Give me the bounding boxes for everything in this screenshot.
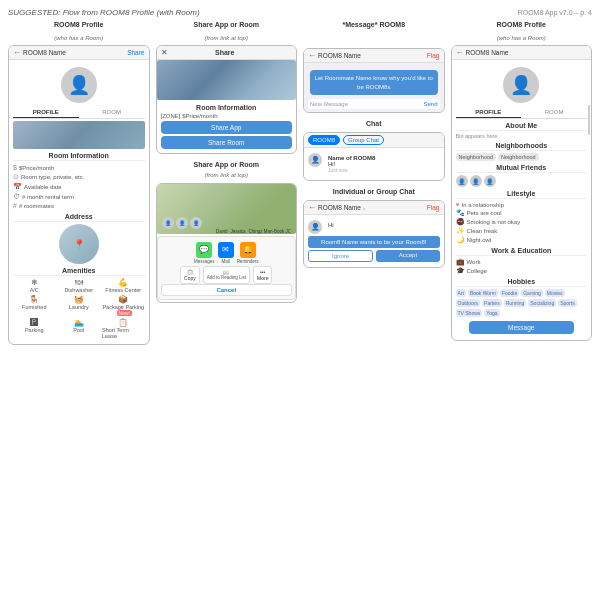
col4-tab-room[interactable]: ROOM bbox=[521, 107, 587, 118]
col4-lifestyle-text-2: Pets are cool bbox=[467, 210, 502, 216]
amenity-ac-label: A/C bbox=[30, 287, 39, 293]
col4-message-btn[interactable]: Message bbox=[469, 321, 574, 334]
col4-hobbies-title: Hobbies bbox=[456, 278, 588, 287]
amenity-pool-label: Pool bbox=[73, 327, 84, 333]
tab-room8[interactable]: ROOM8 bbox=[308, 135, 340, 145]
hobby-movies: Movies bbox=[545, 289, 565, 297]
parking-icon: 🅿 bbox=[30, 318, 38, 327]
tab-group-chat[interactable]: Group Chat bbox=[343, 135, 384, 145]
mutual-friend-2: 👤 bbox=[470, 175, 482, 187]
col4-neighborhoods-title: Neighborhoods bbox=[456, 142, 588, 151]
amenity-parking: 📦 Package Parking New! bbox=[102, 295, 145, 316]
amenity-fitness: 💪 Fitness Center bbox=[102, 278, 145, 293]
col3-chat-phone: ROOM8 Group Chat 👤 Name of ROOM8 Hi! Jus… bbox=[303, 132, 445, 181]
col3-body: Let Roommate Name know why you'd like to… bbox=[304, 63, 444, 112]
share-modal-title: Share bbox=[215, 49, 234, 56]
accept-btn[interactable]: Accept bbox=[376, 250, 439, 262]
col3-individual-back-icon[interactable]: ← bbox=[308, 203, 316, 212]
map-person-2: 👤 bbox=[176, 217, 188, 229]
hobby-foodie: Foodie bbox=[500, 289, 519, 297]
col1-share-btn[interactable]: Share bbox=[127, 49, 144, 56]
col1-address-title: Address bbox=[13, 213, 145, 222]
reminders-app-icon: 🔔 bbox=[240, 242, 256, 258]
col4-about-text: Bio appears here bbox=[456, 133, 588, 139]
mail-app-icon: ✉ bbox=[218, 242, 234, 258]
col3-back-icon[interactable]: ← bbox=[308, 51, 316, 60]
col3-message-phone: ← ROOM8 Name Flag Let Roommate Name know… bbox=[303, 48, 445, 113]
people-icon: # bbox=[13, 202, 17, 209]
hobby-yoga: Yoga bbox=[484, 309, 499, 317]
col2-sub-section-label: Share App or Room bbox=[156, 161, 298, 169]
col1-room-info-title: Room Information bbox=[13, 152, 145, 161]
amenity-laundry-label: Laundry bbox=[69, 304, 89, 310]
col4-college-label: College bbox=[467, 268, 487, 274]
amenity-furnished-label: Furnished bbox=[22, 304, 46, 310]
share-app-btn[interactable]: Share App bbox=[161, 121, 293, 134]
col3-roommate-banner: Room8 Name wants to be your Room8! bbox=[308, 236, 440, 248]
furnished-icon: 🪑 bbox=[29, 295, 39, 304]
page-header: SUGGESTED: Flow from ROOM8 Profile (with… bbox=[8, 8, 592, 17]
map-pin-icon: 📍 bbox=[73, 239, 85, 250]
neighborhood-tag-1: Neighborhood bbox=[456, 153, 497, 161]
back-arrow-icon[interactable]: ← bbox=[13, 48, 21, 57]
col2-sub-sublabel: (from link at top) bbox=[156, 172, 298, 178]
page-version: ROOM8 App v7.0 – p. 4 bbox=[518, 9, 592, 16]
col3-cta: Let Roommate Name know why you'd like to… bbox=[310, 70, 438, 95]
col2-map: 👤 👤 👤 David Jessica Chingz Man-Book JC bbox=[157, 184, 297, 234]
col4-lifestyle-4: ✨ Clean freak bbox=[456, 227, 588, 235]
amenity-furnished: 🪑 Furnished bbox=[13, 295, 56, 316]
col1-avatar: 👤 bbox=[61, 67, 97, 103]
col1-label: ROOM8 Profile bbox=[8, 21, 150, 29]
column-3: *Message* ROOM8 ← ROOM8 Name Flag Let Ro… bbox=[303, 21, 445, 345]
ignore-btn[interactable]: Ignore bbox=[308, 250, 373, 262]
clock-icon: ⏱ bbox=[13, 193, 20, 200]
neighborhood-tag-2: Neighborhood bbox=[498, 153, 539, 161]
share-room-btn[interactable]: Share Room bbox=[161, 136, 293, 149]
more-label: More bbox=[257, 275, 268, 281]
fitness-icon: 💪 bbox=[118, 278, 128, 287]
col3-individual-flag[interactable]: Flag bbox=[427, 204, 440, 211]
tab-room-1[interactable]: ROOM bbox=[79, 107, 145, 118]
hobby-tvshows: TV Shows bbox=[456, 309, 483, 317]
col3-individual-msg-text: Hi bbox=[328, 222, 334, 228]
share-messages[interactable]: 💬 Messages bbox=[194, 242, 215, 264]
amenity-dishwasher: 🍽 Dishwasher bbox=[58, 278, 101, 293]
mutual-friend-3: 👤 bbox=[484, 175, 496, 187]
col1-tabs: PROFILE ROOM bbox=[13, 107, 145, 119]
messages-label: Messages bbox=[194, 259, 215, 264]
col4-back-icon[interactable]: ← bbox=[456, 48, 464, 57]
col4-tab-profile[interactable]: PROFILE bbox=[456, 107, 522, 118]
college-icon: 🎓 bbox=[456, 267, 465, 275]
col3-individual-phone: ← ROOM8 Name › Flag 👤 Hi Room8 Name want… bbox=[303, 200, 445, 268]
col3-input-row: New Message Send bbox=[308, 99, 440, 109]
col2-sublabel: (from link at top) bbox=[156, 35, 298, 41]
share-header: ✕ Share bbox=[157, 46, 297, 60]
col1-roommates-row: # # roommates bbox=[13, 201, 145, 210]
col4-message-container: Message bbox=[456, 321, 588, 334]
col3-chat-header: ROOM8 Group Chat bbox=[304, 133, 444, 148]
amenity-laundry: 🧺 Laundry bbox=[58, 295, 101, 316]
more-btn[interactable]: ••• More bbox=[253, 266, 272, 284]
add-reading-btn[interactable]: 📖 Add to Reading List bbox=[203, 266, 250, 284]
col4-room-name: ROOM8 Name bbox=[466, 49, 509, 56]
share-mail[interactable]: ✉ Mail bbox=[218, 242, 234, 264]
amenity-pool: 🏊 Pool bbox=[58, 318, 101, 339]
hobby-sports: Sports bbox=[558, 299, 576, 307]
col3-individual-avatar: 👤 bbox=[308, 220, 322, 234]
col2-sub-label: Share App or Room (from link at top) bbox=[156, 161, 298, 177]
copy-btn[interactable]: 📋 Copy bbox=[180, 266, 200, 284]
hobby-gaming: Gaming bbox=[521, 289, 543, 297]
col1-room-type: Room type, private, etc. bbox=[21, 174, 84, 180]
parking-icon-pkg: 📦 bbox=[118, 295, 128, 304]
share-reminders[interactable]: 🔔 Reminders bbox=[237, 242, 259, 264]
col3-flag-btn[interactable]: Flag bbox=[427, 52, 440, 59]
tab-profile-1[interactable]: PROFILE bbox=[13, 107, 79, 118]
page-title: SUGGESTED: Flow from ROOM8 Profile (with… bbox=[8, 8, 200, 17]
dollar-icon: $ bbox=[13, 164, 17, 171]
col1-room-photo bbox=[13, 121, 145, 149]
col3-action-row: Ignore Accept bbox=[308, 250, 440, 262]
close-icon[interactable]: ✕ bbox=[161, 48, 168, 57]
col3-send-btn[interactable]: Send bbox=[423, 101, 437, 107]
reminders-label: Reminders bbox=[237, 259, 259, 264]
cancel-btn[interactable]: Cancel bbox=[161, 284, 293, 296]
